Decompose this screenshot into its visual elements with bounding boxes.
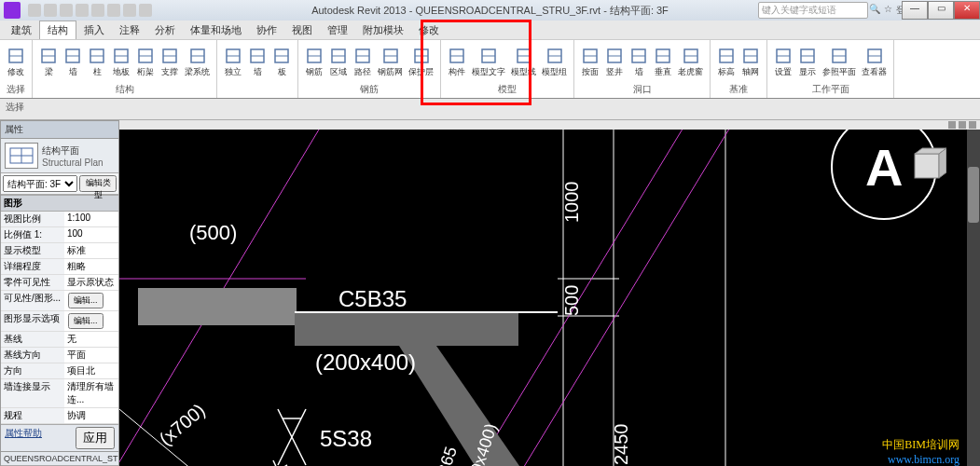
type-selector[interactable]: 结构平面: 3F [3, 175, 77, 192]
drawing-canvas[interactable]: A [119, 130, 967, 466]
ribbon-梁[interactable]: 梁 [38, 45, 59, 80]
ribbon-梁系统[interactable]: 梁系统 [184, 45, 211, 80]
minimize-button[interactable]: — [902, 1, 928, 20]
tab-视图[interactable]: 视图 [284, 21, 320, 39]
tab-附加模块[interactable]: 附加模块 [355, 21, 411, 39]
prop-row[interactable]: 基线无 [1, 332, 118, 348]
window-controls[interactable]: — ▭ ✕ [902, 1, 980, 20]
svg-rect-76 [138, 288, 297, 325]
ribbon-修改[interactable]: 修改 [6, 45, 26, 80]
property-grid[interactable]: 图形视图比例1:100比例值 1:100显示模型标准详细程度粗略零件可见性显示原… [1, 195, 118, 424]
ribbon-group-基准: 标高轴网基准 [711, 40, 767, 98]
ribbon: 修改选择梁墙柱地板桁架支撑梁系统结构独立墙板钢筋区域路径钢筋网保护层钢筋构件模型… [0, 39, 980, 99]
ribbon-保护层[interactable]: 保护层 [407, 45, 435, 80]
prop-row[interactable]: 方向项目北 [1, 363, 118, 379]
tab-插入[interactable]: 插入 [76, 21, 112, 39]
svg-text:2450: 2450 [611, 424, 631, 466]
view-area[interactable]: A [119, 120, 980, 466]
ribbon-板[interactable]: 板 [271, 45, 292, 80]
ribbon-模型文字[interactable]: 模型文字 [471, 45, 506, 80]
prop-row[interactable]: 显示模型标准 [1, 243, 118, 259]
ribbon-group-模型: 构件模型文字模型线模型组模型 [441, 40, 574, 98]
tab-分析[interactable]: 分析 [147, 21, 183, 39]
svg-text:5S38: 5S38 [320, 426, 372, 451]
ribbon-group-结构: 梁墙柱地板桁架支撑梁系统结构 [33, 40, 217, 98]
maximize-button[interactable]: ▭ [928, 1, 954, 20]
tab-体量和场地[interactable]: 体量和场地 [183, 21, 249, 39]
prop-row[interactable]: 图形显示选项编辑... [1, 311, 118, 332]
svg-text:C5B35: C5B35 [338, 286, 407, 311]
search-input[interactable]: 键入关键字或短语 [758, 2, 868, 19]
prop-row[interactable]: 视图比例1:100 [1, 212, 118, 227]
type-name: 结构平面 [42, 144, 104, 158]
prop-row[interactable]: 基线方向平面 [1, 348, 118, 363]
close-button[interactable]: ✕ [954, 1, 980, 20]
ribbon-钢筋网[interactable]: 钢筋网 [377, 45, 404, 80]
ribbon-构件[interactable]: 构件 [447, 45, 467, 80]
ribbon-设置[interactable]: 设置 [773, 45, 794, 80]
svg-marker-97 [939, 148, 946, 178]
svg-text:500: 500 [561, 285, 582, 316]
type-thumb-icon [5, 143, 38, 169]
ribbon-桁架[interactable]: 桁架 [135, 45, 156, 80]
prop-row[interactable]: 零件可见性显示原状态 [1, 275, 118, 291]
svg-text:(x700): (x700) [155, 400, 209, 449]
properties-header: 属性 [1, 121, 118, 139]
svg-rect-77 [295, 312, 518, 346]
ribbon-按面[interactable]: 按面 [580, 45, 600, 80]
ribbon-墙[interactable]: 墙 [62, 45, 83, 80]
ribbon-模型组[interactable]: 模型组 [541, 45, 568, 80]
properties-palette: 属性 结构平面 Structural Plan 结构平面: 3F 编辑类型 图形… [0, 120, 119, 452]
apply-button[interactable]: 应用 [76, 427, 115, 449]
ribbon-标高[interactable]: 标高 [716, 45, 737, 80]
app-logo [4, 2, 21, 19]
ribbon-group-工作平面: 设置显示参照平面查看器工作平面 [767, 40, 894, 98]
watermark: 中国BIM培训网 www.bimcn.org [882, 437, 959, 466]
ribbon-模型线[interactable]: 模型线 [510, 45, 537, 80]
ribbon-显示[interactable]: 显示 [797, 45, 818, 80]
prop-row[interactable]: 比例值 1:100 [1, 227, 118, 243]
ribbon-墙[interactable]: 墙 [247, 45, 268, 80]
quick-access-toolbar[interactable] [28, 4, 152, 17]
tab-管理[interactable]: 管理 [320, 21, 355, 39]
ribbon-墙[interactable]: 墙 [628, 45, 649, 80]
tab-结构[interactable]: 结构 [39, 21, 76, 39]
ribbon-参照平面[interactable]: 参照平面 [821, 45, 857, 80]
ribbon-group-: 独立墙板 [217, 40, 298, 98]
prop-row[interactable]: 墙连接显示清理所有墙连... [1, 379, 118, 408]
vertical-scrollbar[interactable] [967, 130, 980, 466]
project-browser[interactable]: QUEENSROADCENTRAL_STRU_3... -结构平面 (Struc… [0, 452, 119, 466]
svg-marker-78 [399, 346, 545, 466]
ribbon-轴网[interactable]: 轴网 [740, 45, 761, 80]
ribbon-区域[interactable]: 区域 [328, 45, 349, 80]
project-browser-header: QUEENSROADCENTRAL_STRU_3... [1, 452, 118, 466]
svg-line-74 [446, 130, 763, 466]
tab-协作[interactable]: 协作 [249, 21, 284, 39]
ribbon-查看器[interactable]: 查看器 [861, 45, 888, 80]
ribbon-路径[interactable]: 路径 [352, 45, 373, 80]
ribbon-柱[interactable]: 柱 [87, 45, 107, 80]
ribbon-tabs[interactable]: 建筑结构插入注释分析体量和场地协作视图管理附加模块修改 [0, 21, 980, 39]
prop-row[interactable]: 详细程度粗略 [1, 259, 118, 275]
tab-修改[interactable]: 修改 [411, 21, 447, 39]
svg-rect-95 [915, 154, 939, 178]
prop-row[interactable]: 可见性/图形...编辑... [1, 291, 118, 311]
svg-text:1000: 1000 [561, 182, 582, 224]
tab-建筑[interactable]: 建筑 [4, 21, 39, 39]
ribbon-垂直[interactable]: 垂直 [653, 45, 673, 80]
ribbon-地板[interactable]: 地板 [111, 45, 131, 80]
side-panel: 属性 结构平面 Structural Plan 结构平面: 3F 编辑类型 图形… [0, 120, 119, 466]
properties-help-link[interactable]: 属性帮助 [5, 427, 42, 449]
ribbon-独立[interactable]: 独立 [223, 45, 243, 80]
ribbon-老虎窗[interactable]: 老虎窗 [677, 45, 704, 80]
type-preview: 结构平面 Structural Plan [1, 139, 118, 173]
tab-注释[interactable]: 注释 [112, 21, 147, 39]
prop-row[interactable]: 规程协调 [1, 408, 118, 424]
ribbon-group-选择: 修改选择 [0, 40, 33, 98]
ribbon-钢筋[interactable]: 钢筋 [304, 45, 324, 80]
ribbon-竖井[interactable]: 竖井 [604, 45, 625, 80]
edit-type-button[interactable]: 编辑类型 [79, 175, 117, 192]
ribbon-支撑[interactable]: 支撑 [159, 45, 180, 80]
svg-text:(500): (500) [189, 221, 237, 244]
view-cube[interactable] [907, 146, 946, 185]
